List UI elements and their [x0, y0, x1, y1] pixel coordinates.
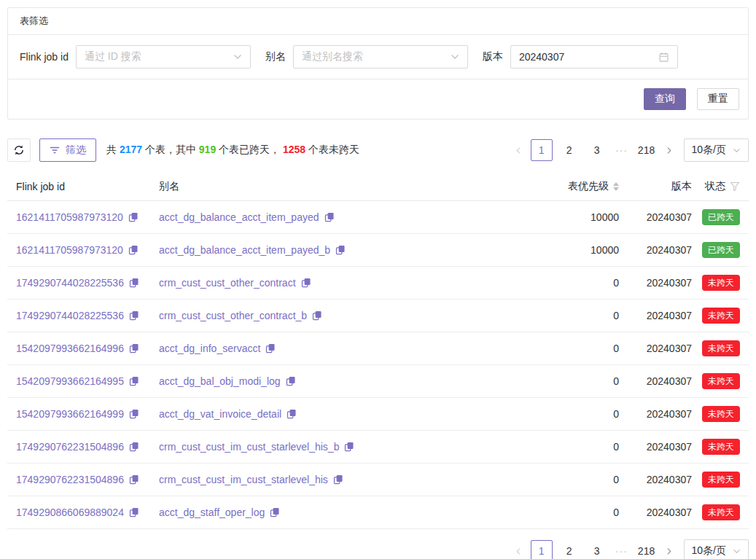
- priority-value: 0: [524, 507, 619, 518]
- copy-icon[interactable]: [129, 376, 139, 386]
- uncrossed-count: 1258: [283, 144, 305, 155]
- alias-select[interactable]: 通过别名搜索: [293, 45, 468, 69]
- flink-job-id-field: Flink job id 通过 ID 搜索: [20, 45, 251, 69]
- alias-link[interactable]: crm_cust_cust_other_contract_b: [159, 310, 307, 321]
- page-button-1[interactable]: 1: [531, 139, 553, 161]
- alias-link[interactable]: acct_dg_balance_acct_item_payed: [159, 211, 319, 223]
- priority-value: 0: [524, 408, 619, 420]
- page-size-select[interactable]: 10条/页: [684, 539, 749, 559]
- alias-link[interactable]: acct_dg_staff_oper_log: [159, 507, 265, 518]
- prev-page-button[interactable]: [510, 139, 528, 161]
- column-header-priority: 表优先级: [568, 180, 619, 193]
- flink-job-id-link[interactable]: 1749290744028225536: [16, 277, 124, 289]
- copy-icon[interactable]: [312, 310, 322, 321]
- table-row: 1542097993662164995 acct_dg_bal_obj_modi…: [7, 365, 749, 398]
- next-page-button[interactable]: [660, 540, 678, 559]
- copy-icon[interactable]: [324, 212, 335, 222]
- flink-job-id-link[interactable]: 1621411705987973120: [16, 244, 123, 256]
- alias-placeholder: 通过别名搜索: [302, 50, 363, 63]
- status-badge: 已跨天: [702, 242, 740, 258]
- copy-icon[interactable]: [129, 474, 139, 485]
- flink-job-id-link[interactable]: 1749290762231504896: [16, 474, 124, 485]
- query-button[interactable]: 查询: [644, 88, 686, 110]
- copy-icon[interactable]: [265, 343, 276, 353]
- alias-link[interactable]: crm_cust_cust_other_contract: [159, 277, 296, 289]
- status-badge: 未跨天: [702, 504, 740, 520]
- flink-job-id-link[interactable]: 1749290866069889024: [16, 507, 124, 518]
- flink-job-id-link[interactable]: 1749290744028225536: [16, 310, 124, 321]
- column-header-id: Flink job id: [16, 181, 159, 192]
- filter-card-title: 表筛选: [8, 8, 748, 35]
- crossed-count: 919: [199, 144, 216, 155]
- version-value: 20240307: [619, 310, 692, 321]
- copy-icon[interactable]: [333, 474, 343, 485]
- chevron-down-icon: [733, 547, 741, 555]
- status-badge: 未跨天: [702, 406, 740, 422]
- prev-page-button[interactable]: [510, 540, 528, 559]
- copy-icon[interactable]: [344, 442, 354, 452]
- table-row: 1749290866069889024 acct_dg_staff_oper_l…: [7, 496, 749, 529]
- alias-link[interactable]: acct_dg_vat_invoice_detail: [159, 408, 281, 420]
- chevron-down-icon: [733, 146, 741, 155]
- table-summary: 共 2177 个表，其中 919 个表已跨天， 1258 个表未跨天: [106, 144, 359, 157]
- flink-job-id-select[interactable]: 通过 ID 搜索: [76, 45, 251, 69]
- column-header-version: 版本: [671, 180, 692, 193]
- alias-link[interactable]: crm_cust_cust_im_cust_starlevel_his: [159, 474, 328, 485]
- refresh-button[interactable]: [7, 138, 31, 162]
- page-size-select[interactable]: 10条/页: [684, 138, 749, 162]
- status-badge: 未跨天: [702, 373, 740, 389]
- alias-link[interactable]: acct_dg_info_servacct: [159, 343, 260, 354]
- page-button-3[interactable]: 3: [586, 139, 608, 161]
- chevron-down-icon: [451, 52, 459, 61]
- next-page-button[interactable]: [660, 139, 678, 161]
- copy-icon[interactable]: [129, 343, 139, 353]
- table-row: 1542097993662164999 acct_dg_vat_invoice_…: [7, 398, 749, 431]
- copy-icon[interactable]: [287, 409, 297, 419]
- version-value: 20240307: [619, 408, 692, 420]
- flink-job-id-link[interactable]: 1542097993662164995: [16, 375, 124, 387]
- copy-icon[interactable]: [270, 507, 280, 517]
- copy-icon[interactable]: [301, 278, 311, 288]
- reset-button[interactable]: 重置: [697, 88, 739, 110]
- page-ellipsis[interactable]: ···: [611, 545, 633, 557]
- filter-funnel-icon[interactable]: [730, 181, 740, 192]
- copy-icon[interactable]: [128, 245, 139, 255]
- version-value: 20240307: [619, 375, 692, 387]
- version-date-input[interactable]: [519, 51, 636, 63]
- copy-icon[interactable]: [335, 245, 346, 255]
- alias-link[interactable]: acct_dg_bal_obj_modi_log: [159, 375, 281, 387]
- copy-icon[interactable]: [128, 212, 139, 222]
- table-row: 1749290762231504896 crm_cust_cust_im_cus…: [7, 464, 749, 496]
- sorter-icon[interactable]: [613, 182, 619, 191]
- page-button-last[interactable]: 218: [636, 139, 658, 161]
- priority-value: 0: [524, 441, 619, 453]
- page-button-2[interactable]: 2: [558, 540, 580, 559]
- version-value: 20240307: [619, 211, 692, 223]
- page-button-3[interactable]: 3: [586, 540, 608, 559]
- copy-icon[interactable]: [129, 278, 139, 288]
- flink-job-id-link[interactable]: 1621411705987973120: [16, 211, 123, 223]
- page-button-last[interactable]: 218: [636, 540, 658, 559]
- alias-link[interactable]: acct_dg_balance_acct_item_payed_b: [159, 244, 330, 256]
- status-badge: 未跨天: [702, 308, 740, 324]
- chevron-down-icon: [233, 52, 242, 61]
- status-badge: 未跨天: [702, 275, 740, 291]
- version-date-picker[interactable]: [510, 45, 678, 69]
- alias-link[interactable]: crm_cust_cust_im_cust_starlevel_his_b: [159, 441, 339, 453]
- version-value: 20240307: [619, 507, 692, 518]
- copy-icon[interactable]: [286, 376, 296, 386]
- copy-icon[interactable]: [129, 409, 139, 419]
- page-button-1[interactable]: 1: [531, 540, 553, 559]
- page-button-2[interactable]: 2: [558, 139, 580, 161]
- copy-icon[interactable]: [129, 310, 139, 321]
- copy-icon[interactable]: [129, 442, 139, 452]
- copy-icon[interactable]: [129, 507, 139, 517]
- filter-toggle-button[interactable]: 筛选: [39, 138, 96, 162]
- flink-job-id-label: Flink job id: [20, 51, 69, 63]
- flink-job-id-link[interactable]: 1542097993662164999: [16, 408, 124, 420]
- priority-value: 0: [524, 375, 619, 387]
- page-ellipsis[interactable]: ···: [611, 144, 633, 156]
- flink-job-id-link[interactable]: 1542097993662164996: [16, 343, 124, 354]
- flink-job-id-link[interactable]: 1749290762231504896: [16, 441, 124, 453]
- status-badge: 未跨天: [702, 472, 740, 488]
